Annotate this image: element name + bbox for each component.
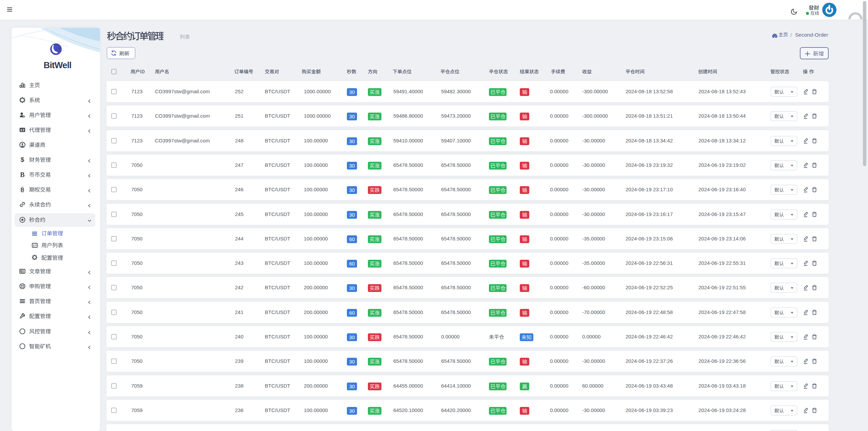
svg-text:B: B (20, 187, 24, 193)
